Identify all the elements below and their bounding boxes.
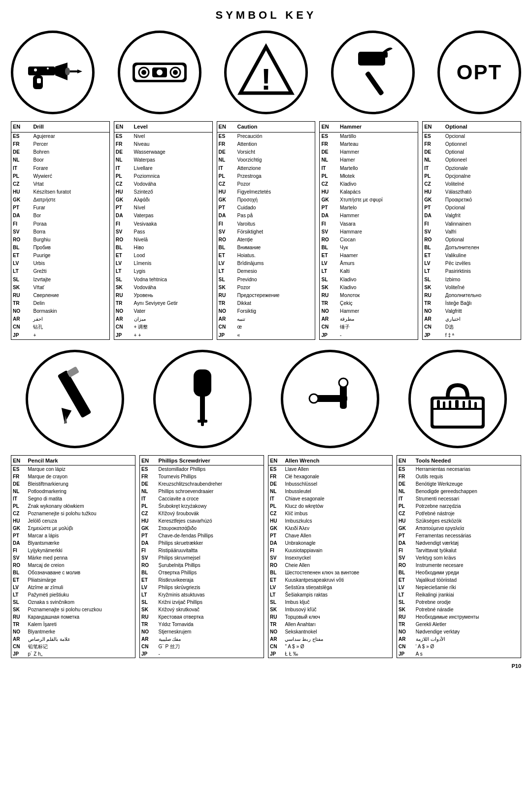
svg-rect-5 [37,78,41,83]
pencil-icon [26,350,124,448]
caution-svg: ! [236,43,296,102]
optional-icon: OPT [437,31,521,114]
svg-rect-21 [379,52,388,58]
svg-point-12 [141,70,146,75]
caution-icon: ! [224,31,308,114]
svg-point-16 [173,70,178,75]
col-word: Drill [32,122,109,133]
page: SYMBOL KEY [0,0,532,797]
table-caution: ENCaution ESPrecaución FRAttention DEVor… [217,121,316,340]
page-number: P10 [11,663,521,669]
svg-rect-41 [463,401,465,408]
svg-rect-26 [194,369,211,397]
svg-point-14 [156,69,163,76]
table-level: ENLevel ESNivel FRNiveau DEWasserwaage N… [114,121,213,340]
allen-wrench-icon [281,350,379,448]
table-phillips: ENPhillips Screwdriver ESDestomillador P… [139,455,264,658]
svg-point-33 [339,378,348,387]
svg-text:!: ! [261,62,271,96]
table-hammer: ENHammer ESMartillo FRMarteau DEHammer N… [319,121,418,340]
opt-label: OPT [457,61,502,84]
icons-row-2 [11,350,521,448]
icons-row-1: ! OPT [11,31,521,114]
table-tools-needed: ENTools Needed ESHerramientas necesarias… [397,455,521,658]
svg-rect-43 [474,402,477,409]
svg-point-32 [309,394,318,403]
svg-marker-3 [77,69,82,73]
table-optional: ENOptional ESOpcional FROptionnel DEOpti… [422,121,521,340]
col-lang: EN [11,122,32,133]
page-title: SYMBOL KEY [11,9,521,22]
pencil-svg [40,365,109,433]
table-allen: ENAllen Wrench ESLlave Allen FRClé hexag… [268,455,393,658]
level-svg [130,43,189,102]
phillips-svg [168,365,237,433]
svg-rect-39 [449,400,451,409]
toolbox-icon [408,350,507,448]
svg-rect-42 [468,400,471,409]
hammer-icon [331,31,415,114]
svg-point-7 [34,68,37,71]
level-icon [118,31,201,114]
svg-rect-19 [365,71,384,96]
allen-svg [296,365,365,433]
svg-rect-29 [201,416,204,426]
table-drill: EN Drill ESAgujerear FRPercer DEBohren N… [11,121,110,340]
tables-row-1: EN Drill ESAgujerear FRPercer DEBohren N… [11,121,521,340]
table-pencil: ENPencil Mark ESMarque con lápiz FRMarqu… [11,455,135,658]
svg-rect-38 [443,401,445,409]
svg-rect-0 [28,66,55,75]
svg-rect-40 [455,400,459,408]
hammer-svg [343,43,402,102]
toolbox-svg [423,365,492,433]
tables-row-2: ENPencil Mark ESMarque con lápiz FRMarqu… [11,455,521,658]
svg-rect-37 [437,400,440,409]
drill-icon [11,31,95,114]
drill-svg [23,43,82,102]
svg-point-6 [65,67,70,75]
phillips-screwdriver-icon [153,350,252,448]
svg-point-8 [47,67,49,69]
